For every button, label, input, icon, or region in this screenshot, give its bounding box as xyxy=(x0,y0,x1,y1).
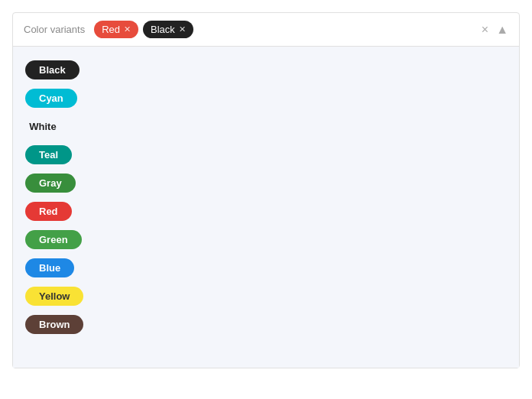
color-item: Black xyxy=(25,56,507,84)
color-badge-blue[interactable]: Blue xyxy=(25,258,74,277)
color-badge-cyan[interactable]: Cyan xyxy=(25,89,77,108)
color-badge-black[interactable]: Black xyxy=(25,60,79,79)
tag-close-red[interactable]: ✕ xyxy=(124,24,131,34)
color-badge-red[interactable]: Red xyxy=(25,202,72,221)
color-item: Brown xyxy=(25,310,507,339)
color-item: Yellow xyxy=(25,282,507,310)
color-badge-teal[interactable]: Teal xyxy=(25,145,72,164)
color-item: Cyan xyxy=(25,84,507,112)
tag-red[interactable]: Red✕ xyxy=(94,21,138,38)
tag-label-red: Red xyxy=(102,24,120,35)
color-item: White xyxy=(25,112,507,141)
color-item: Teal xyxy=(25,141,507,169)
color-badge-yellow[interactable]: Yellow xyxy=(25,287,83,306)
panel-body: BlackCyanWhiteTealGrayRedGreenBlueYellow… xyxy=(13,47,519,368)
tags-area: Red✕Black✕ xyxy=(94,21,482,38)
color-badge-white[interactable]: White xyxy=(25,117,71,136)
panel-header: Color variants Red✕Black✕ × ▲ xyxy=(13,13,519,47)
color-item: Green xyxy=(25,225,507,254)
color-badge-green[interactable]: Green xyxy=(25,230,82,249)
tag-label-black: Black xyxy=(151,24,175,35)
color-badge-brown[interactable]: Brown xyxy=(25,315,83,334)
color-item: Red xyxy=(25,197,507,225)
panel-title: Color variants xyxy=(24,24,85,35)
color-variants-panel: Color variants Red✕Black✕ × ▲ BlackCyanW… xyxy=(12,12,520,368)
color-item: Gray xyxy=(25,169,507,197)
chevron-up-icon[interactable]: ▲ xyxy=(496,23,508,37)
header-icons: × ▲ xyxy=(482,23,508,37)
close-icon[interactable]: × xyxy=(482,23,488,37)
tag-close-black[interactable]: ✕ xyxy=(179,24,186,34)
color-item: Blue xyxy=(25,254,507,282)
color-badge-gray[interactable]: Gray xyxy=(25,174,76,193)
tag-black[interactable]: Black✕ xyxy=(143,21,193,38)
